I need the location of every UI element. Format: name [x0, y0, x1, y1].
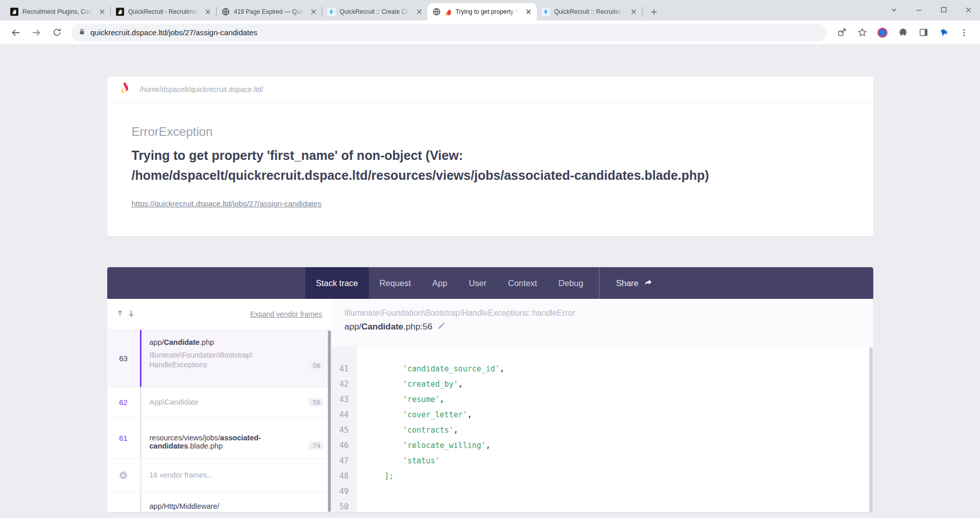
code-panel-scrollbar[interactable] [869, 347, 873, 512]
stack-frame-63[interactable]: 63 app/Candidate.php Illuminate\Foundati… [107, 330, 331, 387]
tab-user[interactable]: User [458, 267, 497, 299]
code-line: 48 ]; [331, 468, 873, 484]
share-arrow-icon [643, 278, 653, 288]
vendor-frames-row[interactable]: 16 vendor frames... [107, 459, 331, 492]
tab-close-icon[interactable] [204, 8, 212, 16]
globe-icon [433, 8, 441, 16]
extensions-puzzle-icon[interactable] [894, 24, 912, 41]
code-line: 43 'resume', [331, 392, 873, 407]
expand-vendor-frames-link[interactable]: Expand vendor frames [250, 310, 322, 318]
back-button[interactable] [7, 24, 25, 41]
tab-title: QuickRecruit :: Recruiter Da [554, 8, 626, 15]
stack-frame-middleware[interactable]: app/Http/Middleware/ [107, 492, 331, 512]
nav-divider [599, 267, 600, 299]
tab-title: QuickRecruit :: Create Candi [340, 8, 411, 15]
code-line: 47 'status' [331, 453, 873, 468]
code-line: 49 [331, 484, 873, 499]
code-snippet-panel: Illuminate\Foundation\Bootstrap\HandleEx… [331, 299, 873, 512]
sidebar-scrollbar[interactable] [328, 331, 331, 512]
tab-close-icon[interactable] [524, 8, 533, 16]
exception-message-line2: /home/dspacelt/quickrecruit.dspace.ltd/r… [132, 166, 849, 185]
frame-class: App\Candidate [150, 398, 199, 406]
new-tab-button[interactable] [647, 5, 661, 19]
tab-app[interactable]: App [422, 267, 458, 299]
edit-pencil-icon[interactable] [437, 321, 446, 333]
tab-recruiter-dashboard[interactable]: QuickRecruit :: Recruiter Da [537, 3, 642, 20]
tab-stack-trace[interactable]: Stack trace [305, 267, 369, 299]
error-card-header: /home/dspacelt/quickrecruit.dspace.ltd/ [107, 77, 873, 102]
tab-title: Recruitment Plugins, Code & [22, 8, 94, 15]
close-window-button[interactable] [965, 7, 972, 13]
window-controls [891, 0, 972, 19]
code-lines: 41 'candidate_source_id', 42 'created_by… [331, 347, 873, 512]
browser-tab-strip: Recruitment Plugins, Code & QuickRecruit… [0, 0, 980, 20]
side-panel-icon[interactable] [915, 24, 932, 41]
share-button[interactable]: Share [605, 267, 664, 299]
stack-frames-sidebar: Expand vendor frames 63 app/Candidate.ph… [107, 299, 331, 512]
tab-close-icon[interactable] [98, 8, 106, 16]
share-page-icon[interactable] [833, 24, 850, 41]
frame-line-number: :74 [308, 441, 323, 450]
frame-class: Illuminate\Foundation\Bootstrap\ HandleE… [150, 350, 253, 370]
project-base-path: /home/dspacelt/quickrecruit.dspace.ltd/ [140, 85, 264, 93]
previous-frame-arrow-icon[interactable] [116, 310, 124, 319]
stack-trace-card: Stack trace Request App User Context Deb… [107, 267, 873, 512]
code-line: 42 'created_by', [331, 376, 873, 392]
code-line: 50 [331, 499, 873, 512]
tab-context[interactable]: Context [497, 267, 548, 299]
forward-button[interactable] [28, 24, 45, 41]
stack-frame-62[interactable]: 62 App\Candidate :56 [107, 387, 331, 417]
share-label: Share [616, 278, 638, 288]
exception-class: ErrorException [132, 125, 849, 139]
tab-title: QuickRecruit - Recruitment [128, 8, 200, 15]
request-url-link[interactable]: https://quickrecruit.dspace.ltd/jobs/27/… [132, 199, 322, 208]
frame-number: 63 [107, 330, 140, 387]
frame-file: app/Candidate.php [150, 338, 323, 346]
tab-close-icon[interactable] [415, 8, 423, 16]
frame-line-number: :56 [308, 361, 323, 370]
tab-debug[interactable]: Debug [548, 267, 594, 299]
code-line: 41 'candidate_source_id', [331, 361, 873, 376]
tab-create-candidate[interactable]: QuickRecruit :: Create Candi [322, 3, 427, 20]
tab-request[interactable]: Request [369, 267, 421, 299]
address-bar[interactable]: quickrecruit.dspace.ltd/jobs/27/assign-c… [71, 24, 827, 41]
browser-toolbar: quickrecruit.dspace.ltd/jobs/27/assign-c… [0, 20, 980, 45]
tab-close-icon[interactable] [630, 8, 638, 16]
profile-extension-logo-icon[interactable] [935, 24, 952, 41]
minimize-button[interactable] [916, 7, 922, 13]
bookmark-star-icon[interactable] [853, 24, 871, 41]
open-file-reference: app/Candidate.php:56 [345, 321, 860, 333]
extension-colorful-icon[interactable] [874, 24, 891, 41]
frame-number: 62 [107, 387, 140, 417]
code-line: 46 'relocate_willing', [331, 438, 873, 453]
vendor-frames-label: 16 vendor frames... [150, 471, 213, 479]
frame-file: resources/views/jobs/associated-candidat… [150, 434, 277, 450]
tab-recruitment-plugins[interactable]: Recruitment Plugins, Code & [5, 3, 110, 20]
lock-icon [79, 28, 85, 37]
tab-title: Trying to get property 'f [456, 8, 520, 15]
stack-frame-61[interactable]: 61 resources/views/jobs/associated-candi… [107, 417, 331, 459]
tab-separator [642, 7, 642, 17]
expand-plus-icon[interactable] [107, 459, 140, 491]
tab-error-page-active[interactable]: Trying to get property 'f [427, 3, 537, 20]
tab-419-page-expired[interactable]: 419 Page Expired — QuickR [217, 3, 322, 20]
frame-file: app/Http/Middleware/ [150, 502, 323, 510]
tab-quickrecruit-home[interactable]: QuickRecruit - Recruitment [111, 3, 216, 20]
tab-close-icon[interactable] [309, 8, 318, 16]
trace-nav-bar: Stack trace Request App User Context Deb… [107, 267, 873, 299]
ignition-flame-logo-icon [119, 82, 132, 97]
maximize-button[interactable] [941, 7, 947, 13]
next-frame-arrow-icon[interactable] [128, 310, 135, 319]
reload-button[interactable] [48, 24, 65, 41]
menu-dots-icon[interactable] [955, 24, 973, 41]
frame-number: 61 [107, 417, 140, 458]
code-line: 44 'cover_letter', [331, 407, 873, 422]
code-line: 45 'contracts', [331, 422, 873, 438]
trace-panels: Expand vendor frames 63 app/Candidate.ph… [107, 299, 873, 512]
sidebar-header: Expand vendor frames [107, 299, 331, 330]
exception-message: Trying to get property 'first_name' of n… [132, 146, 849, 185]
error-card-body: ErrorException Trying to get property 'f… [107, 102, 873, 236]
ignition-error-page: /home/dspacelt/quickrecruit.dspace.ltd/ … [0, 45, 980, 518]
tab-search-chevron-icon[interactable] [891, 7, 897, 13]
exception-message-line1: Trying to get property 'first_name' of n… [132, 146, 849, 166]
